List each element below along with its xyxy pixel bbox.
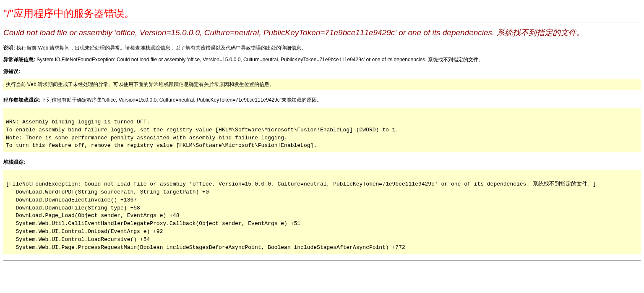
assembly-load-trace-content: WRN: Assembly binding logging is turned … [6,110,638,150]
error-message: Could not load file or assembly 'office,… [3,27,641,38]
stack-trace-box: [FileNotFoundException: Could not load f… [3,170,641,254]
stack-trace-label: 堆栈跟踪: [3,159,25,165]
assembly-load-trace-label: 程序集加载跟踪: [3,97,40,103]
page-title: "/"应用程序中的服务器错误。 [3,7,641,20]
source-error-text: 执行当前 Web 请求期间生成了未经处理的异常。可以使用下面的异常堆栈跟踪信息确… [6,81,638,89]
description-label: 说明: [3,45,15,51]
exception-details-label: 异常详细信息: [3,57,35,63]
divider [3,23,641,23]
assembly-load-trace-box: WRN: Assembly binding logging is turned … [3,108,641,152]
exception-details-line: 异常详细信息: System.IO.FileNotFoundException:… [3,56,641,63]
divider-bottom [3,260,641,261]
source-error-box: 执行当前 Web 请求期间生成了未经处理的异常。可以使用下面的异常堆栈跟踪信息确… [3,79,641,90]
assembly-load-trace-line: 程序集加载跟踪: 下列信息有助于确定程序集"office, Version=15… [3,96,641,104]
source-error-label: 源错误: [3,68,20,74]
stack-trace-content: [FileNotFoundException: Could not load f… [6,173,638,251]
description-line: 说明: 执行当前 Web 请求期间，出现未经处理的异常。请检查堆栈跟踪信息，以了… [3,44,641,52]
assembly-load-trace-text: 下列信息有助于确定程序集"office, Version=15.0.0.0, C… [42,97,322,103]
source-error-label-line: 源错误: [3,68,641,75]
stack-trace-label-line: 堆栈跟踪: [3,158,641,166]
description-text: 执行当前 Web 请求期间，出现未经处理的异常。请检查堆栈跟踪信息，以了解有关该… [16,45,306,51]
exception-details-text: System.IO.FileNotFoundException: Could n… [37,57,483,63]
